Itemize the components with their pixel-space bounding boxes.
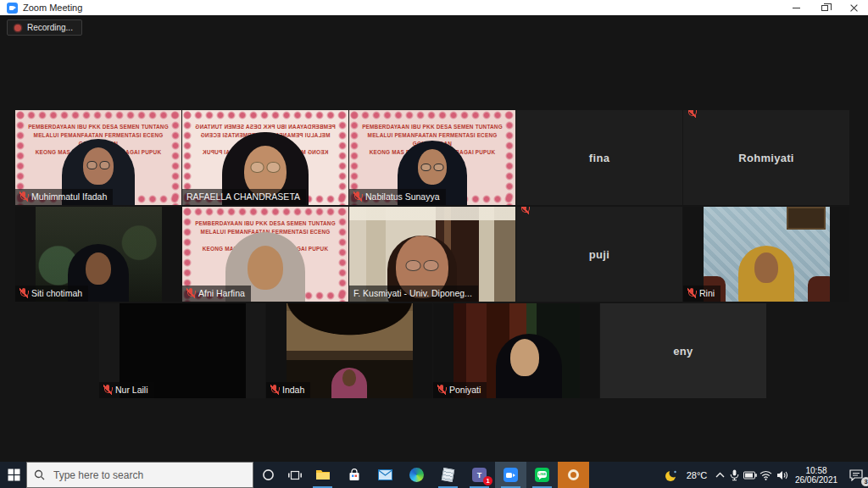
picture-frame: [787, 207, 826, 230]
participant-name-label: Muhimmatul Ifadah: [15, 189, 113, 205]
participant-tile[interactable]: F. Kusmiyati - Univ. Diponeg...: [349, 207, 515, 302]
title-bar: Zoom Meeting: [0, 0, 868, 16]
weather-button[interactable]: [661, 462, 682, 488]
window-title: Zoom Meeting: [23, 3, 82, 13]
chevron-up-icon: [715, 472, 725, 479]
cortana-icon: [262, 469, 275, 481]
muted-mic-icon: [186, 288, 195, 298]
participant-tile-video-off[interactable]: puji: [516, 207, 682, 302]
zoom-app-icon: [7, 3, 18, 14]
zoom-meeting-window: Zoom Meeting Recording... PEMBERDAYAAN I…: [0, 0, 868, 488]
participant-tile[interactable]: Poniyati: [433, 303, 599, 398]
participant-name-label: Poniyati: [433, 382, 487, 398]
minimize-button[interactable]: [782, 0, 810, 16]
participant-tile-video-off[interactable]: Rohmiyati: [683, 110, 849, 205]
close-button[interactable]: [839, 0, 868, 16]
meeting-gallery: Recording... PEMBERDAYAAN IBU PKK DESA S…: [0, 17, 868, 462]
restore-button[interactable]: [810, 0, 839, 16]
muted-mic-icon: [687, 288, 696, 298]
edge-button[interactable]: [401, 462, 432, 488]
muted-mic-icon: [353, 191, 362, 202]
search-input[interactable]: [52, 469, 230, 482]
zoom-icon: [504, 468, 518, 482]
edge-icon: [409, 468, 424, 482]
windows-taskbar: T 1 LINE 28°C: [0, 462, 868, 488]
notification-count-badge: 3: [861, 477, 868, 486]
store-icon: [348, 469, 361, 482]
camera-video: [704, 207, 830, 302]
task-view-icon: [288, 469, 302, 481]
teams-button[interactable]: T 1: [464, 462, 495, 488]
restore-icon: [821, 5, 828, 11]
participant-name-label: Siti chotimah: [15, 286, 88, 302]
participant-tile[interactable]: PEMBERDAYAAN IBU PKK DESA SEMEN TUNTANGM…: [349, 110, 515, 205]
battery-button[interactable]: [742, 462, 758, 488]
recorder-app-icon: [568, 469, 579, 480]
participant-name-center: puji: [516, 207, 682, 302]
zoom-taskbar-button[interactable]: [495, 462, 526, 488]
participant-name-label: RAFAELLA CHANDRASETA: [182, 189, 306, 205]
participant-name-center: eny: [600, 303, 766, 398]
teams-notification-badge: 1: [483, 476, 492, 485]
participant-name-center: Rohmiyati: [683, 110, 849, 205]
participant-tile[interactable]: Nur Laili: [99, 303, 265, 398]
file-explorer-button[interactable]: [307, 462, 338, 488]
moon-weather-icon: [665, 469, 678, 482]
muted-mic-icon: [687, 110, 696, 118]
clock-date: 26/06/2021: [795, 475, 837, 485]
tray-microphone-button[interactable]: [727, 462, 742, 488]
volume-button[interactable]: [774, 462, 790, 488]
temperature-display[interactable]: 28°C: [682, 462, 711, 488]
notepad-icon: [442, 468, 454, 482]
mail-button[interactable]: [370, 462, 401, 488]
alert-app-button[interactable]: [558, 462, 589, 488]
clock-time: 10:58: [805, 466, 826, 475]
muted-mic-icon: [19, 288, 28, 298]
line-button[interactable]: LINE: [526, 462, 558, 488]
microphone-icon: [730, 469, 739, 481]
participant-tile[interactable]: PEMBERDAYAAN IBU PKK DESA SEMEN TUNTANGM…: [15, 110, 181, 205]
line-icon: LINE: [535, 468, 549, 482]
participant-tile[interactable]: Siti chotimah: [15, 207, 181, 302]
speaker-icon: [776, 470, 788, 480]
recording-dot-icon: [14, 25, 21, 31]
participant-name-label: Rini: [683, 286, 721, 302]
participant-tile-video-off[interactable]: fina: [516, 110, 682, 205]
participant-tile[interactable]: PEMBERDAYAAN IBU PKK DESA SEMEN TUNTANGM…: [182, 207, 348, 302]
action-center-button[interactable]: 3: [845, 462, 867, 488]
muted-mic-icon: [19, 191, 28, 202]
participant-tile[interactable]: Rini: [683, 207, 849, 302]
start-button[interactable]: [2, 462, 25, 488]
microsoft-store-button[interactable]: [338, 462, 370, 488]
participant-name-label: Afni Harfina: [182, 286, 251, 302]
battery-icon: [743, 471, 757, 480]
muted-mic-icon: [437, 385, 446, 395]
wifi-button[interactable]: [758, 462, 774, 488]
participant-name-label: Nabilatus Sunayya: [349, 189, 446, 205]
windows-logo-icon: [8, 469, 20, 481]
muted-mic-icon: [103, 385, 112, 395]
notepad-button[interactable]: [432, 462, 464, 488]
minimize-icon: [793, 8, 800, 8]
taskbar-clock[interactable]: 10:58 26/06/2021: [790, 462, 843, 488]
recording-label: Recording...: [27, 23, 73, 32]
taskbar-search[interactable]: [26, 462, 253, 488]
tray-overflow-button[interactable]: [713, 462, 727, 488]
close-icon: [850, 4, 858, 12]
wifi-icon: [760, 470, 772, 480]
muted-mic-icon: [520, 207, 529, 214]
participant-tile-video-off[interactable]: eny: [600, 303, 766, 398]
recording-indicator: Recording...: [7, 19, 82, 36]
participant-name-label: Nur Laili: [99, 382, 154, 398]
participant-name-label: F. Kusmiyati - Univ. Diponeg...: [349, 286, 478, 302]
file-explorer-icon: [315, 469, 331, 481]
search-icon: [34, 469, 45, 480]
participant-tile-active-speaker[interactable]: PEMBERDAYAAN IBU PKK DESA SEMEN TUNTANGM…: [182, 110, 348, 205]
muted-mic-icon: [270, 385, 279, 395]
mail-icon: [378, 469, 392, 480]
task-view-button[interactable]: [282, 462, 307, 488]
participant-name-center: fina: [516, 110, 682, 205]
cortana-button[interactable]: [255, 462, 281, 488]
participant-name-label: Indah: [266, 382, 310, 398]
participant-tile[interactable]: Indah: [266, 303, 432, 398]
